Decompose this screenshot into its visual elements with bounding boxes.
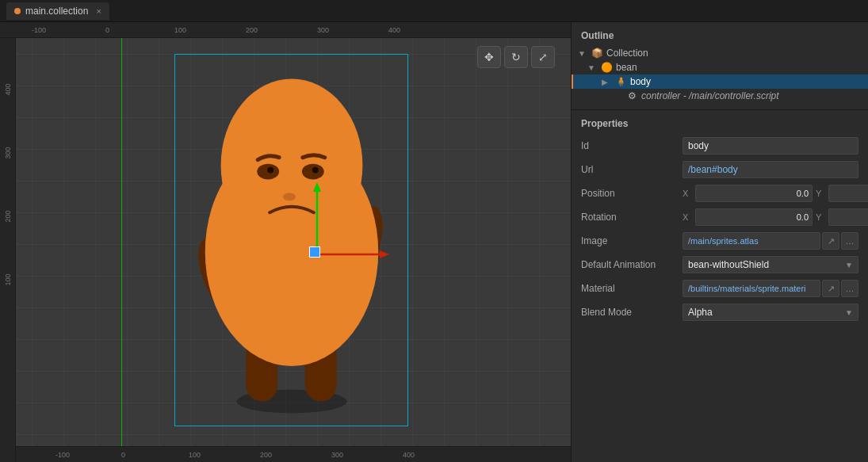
bean-bounding-box bbox=[174, 54, 408, 426]
rotation-label: Rotation bbox=[581, 212, 676, 223]
ruler-label-300: 300 bbox=[317, 26, 329, 34]
position-y-label: Y bbox=[816, 189, 825, 198]
axis-vertical bbox=[121, 38, 122, 446]
id-label: Id bbox=[581, 140, 676, 151]
ruler-top: -100 0 100 200 300 400 bbox=[0, 22, 571, 38]
outline-item-bean[interactable]: ▼ 🟠 bean bbox=[572, 60, 868, 74]
ruler-bottom-400: 400 bbox=[403, 451, 415, 459]
position-x-input[interactable] bbox=[695, 185, 813, 202]
ruler-label-200: 200 bbox=[4, 210, 12, 222]
image-browse-button[interactable]: … bbox=[841, 232, 858, 250]
outline-item-collection[interactable]: ▼ 📦 Collection bbox=[572, 46, 868, 60]
blend-mode-dropdown[interactable]: Alpha ▼ bbox=[683, 304, 858, 321]
outline-header: Outline bbox=[572, 29, 868, 46]
image-label: Image bbox=[581, 235, 676, 246]
material-label: Material bbox=[581, 283, 676, 294]
position-x-label: X bbox=[683, 189, 692, 198]
ruler-bottom-200: 200 bbox=[260, 451, 272, 459]
prop-row-image: Image ↗ … bbox=[572, 229, 868, 253]
transform-center-handle[interactable] bbox=[309, 246, 320, 258]
blend-mode-value: Alpha bbox=[688, 307, 713, 318]
default-animation-value: bean-withoutShield bbox=[688, 259, 769, 270]
ruler-left: 400 300 200 100 bbox=[0, 22, 16, 462]
outline-collection-label: Collection bbox=[606, 48, 648, 59]
tab-close-button[interactable]: × bbox=[96, 6, 101, 16]
position-label: Position bbox=[581, 188, 676, 199]
outline-item-controller[interactable]: ▶ ⚙ controller - /main/controller.script bbox=[572, 89, 868, 103]
svg-marker-15 bbox=[380, 250, 389, 258]
ruler-label-100: 100 bbox=[4, 273, 12, 285]
outline-item-body[interactable]: ▶ 🧍 body bbox=[572, 74, 868, 89]
tab-indicator bbox=[14, 8, 21, 14]
svg-point-9 bbox=[267, 167, 273, 174]
ruler-bottom-neg100: -100 bbox=[55, 451, 70, 459]
svg-point-11 bbox=[312, 167, 319, 174]
outline-controller-label: controller - /main/controller.script bbox=[641, 90, 779, 101]
scale-tool-button[interactable]: ⤢ bbox=[531, 46, 555, 68]
move-tool-button[interactable]: ✥ bbox=[477, 46, 501, 68]
right-panel: Outline ▼ 📦 Collection ▼ 🟠 bean ▶ 🧍 body bbox=[571, 22, 868, 462]
properties-section: Properties Id Url Position X Y Z bbox=[572, 110, 868, 462]
canvas-area[interactable]: 400 300 200 100 -100 0 100 200 300 400 ✥… bbox=[0, 22, 571, 462]
bean-sprite-icon: 🟠 bbox=[600, 62, 613, 73]
tab-label: main.collection bbox=[25, 6, 88, 17]
url-input[interactable] bbox=[683, 161, 858, 178]
rotation-y-label: Y bbox=[816, 212, 825, 222]
image-path-row: ↗ … bbox=[683, 232, 858, 250]
position-y-input[interactable] bbox=[828, 185, 868, 202]
svg-point-7 bbox=[283, 193, 296, 200]
body-sprite-icon: 🧍 bbox=[614, 76, 627, 87]
material-input[interactable] bbox=[683, 280, 820, 297]
ruler-label-200: 200 bbox=[246, 26, 258, 34]
default-animation-label: Default Animation bbox=[581, 259, 676, 270]
ruler-bottom-300: 300 bbox=[331, 451, 343, 459]
position-xyz-group: X Y Z bbox=[683, 185, 868, 202]
blend-mode-label: Blend Mode bbox=[581, 307, 676, 318]
collection-arrow: ▼ bbox=[578, 49, 587, 58]
prop-row-blend-mode: Blend Mode Alpha ▼ bbox=[572, 300, 868, 324]
prop-row-id: Id bbox=[572, 134, 868, 158]
ruler-label-neg100: -100 bbox=[32, 26, 46, 34]
dropdown-arrow-icon: ▼ bbox=[845, 261, 853, 269]
right-arrow-svg bbox=[312, 249, 391, 260]
rotation-x-input[interactable] bbox=[695, 208, 813, 226]
rotate-icon: ↻ bbox=[511, 51, 521, 63]
properties-header: Properties bbox=[572, 116, 868, 134]
material-path-row: ↗ … bbox=[683, 280, 858, 297]
prop-row-position: Position X Y Z bbox=[572, 181, 868, 205]
material-navigate-button[interactable]: ↗ bbox=[822, 280, 839, 297]
ruler-bottom: -100 0 100 200 300 400 bbox=[16, 446, 571, 462]
ruler-bottom-100: 100 bbox=[189, 451, 201, 459]
default-animation-dropdown[interactable]: bean-withoutShield ▼ bbox=[683, 256, 858, 273]
transform-handle-x[interactable] bbox=[312, 249, 391, 262]
transform-handle-y[interactable] bbox=[312, 181, 323, 254]
material-browse-button[interactable]: … bbox=[841, 280, 858, 297]
ruler-label-400: 400 bbox=[4, 83, 12, 95]
outline-section: Outline ▼ 📦 Collection ▼ 🟠 bean ▶ 🧍 body bbox=[572, 22, 868, 110]
ruler-label-400: 400 bbox=[388, 26, 400, 34]
ruler-label-0: 0 bbox=[105, 26, 109, 34]
controller-script-icon: ⚙ bbox=[625, 90, 638, 101]
body-arrow: ▶ bbox=[602, 78, 611, 86]
image-input[interactable] bbox=[683, 232, 820, 250]
rotation-x-label: X bbox=[683, 212, 692, 222]
rotate-tool-button[interactable]: ↻ bbox=[504, 46, 528, 68]
main-tab[interactable]: main.collection × bbox=[6, 2, 109, 20]
prop-row-url: Url bbox=[572, 158, 868, 181]
image-navigate-button[interactable]: ↗ bbox=[822, 232, 839, 250]
canvas-toolbar: ✥ ↻ ⤢ bbox=[477, 46, 555, 68]
move-icon: ✥ bbox=[484, 51, 494, 63]
main-layout: 400 300 200 100 -100 0 100 200 300 400 ✥… bbox=[0, 22, 868, 462]
rotation-y-input[interactable] bbox=[828, 208, 868, 226]
id-input[interactable] bbox=[683, 137, 858, 155]
blend-mode-arrow-icon: ▼ bbox=[845, 308, 853, 317]
ellipsis-icon-2: … bbox=[846, 284, 855, 293]
ellipsis-icon: … bbox=[846, 236, 855, 246]
up-arrow-svg bbox=[312, 181, 323, 252]
ruler-label-300: 300 bbox=[4, 147, 12, 158]
title-bar: main.collection × bbox=[0, 0, 868, 22]
outline-body-label: body bbox=[630, 76, 651, 87]
prop-row-material: Material ↗ … bbox=[572, 277, 868, 300]
outline-bean-label: bean bbox=[616, 62, 637, 73]
navigate-icon: ↗ bbox=[828, 236, 835, 246]
